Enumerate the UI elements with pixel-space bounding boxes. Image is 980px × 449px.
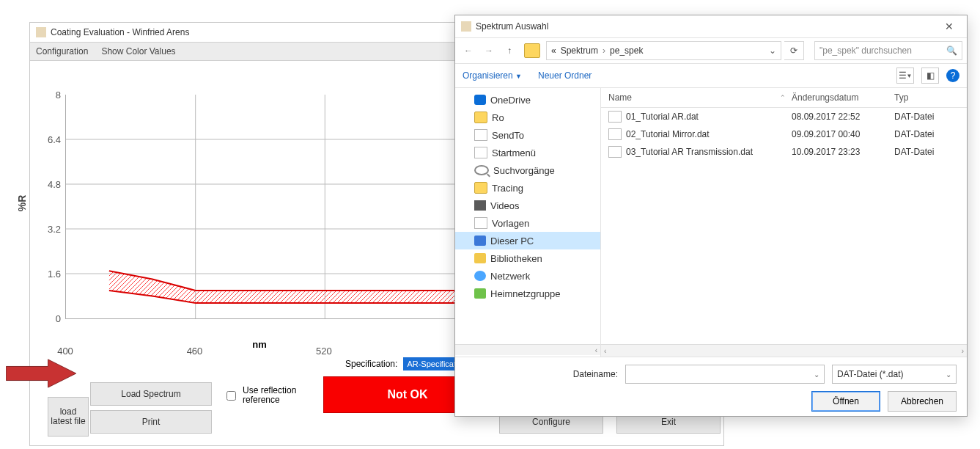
- breadcrumb[interactable]: « Spektrum › pe_spek ⌄: [546, 41, 781, 60]
- breadcrumb-seg[interactable]: pe_spek: [610, 45, 643, 56]
- view-options-button[interactable]: ☰ ▼: [896, 67, 914, 84]
- nav-tree[interactable]: OneDriveRoSendToStartmenüSuchvorgängeTra…: [455, 88, 601, 357]
- filetype-value: DAT-Datei (*.dat): [837, 369, 903, 379]
- chevron-down-icon: ⌄: [946, 370, 951, 379]
- ytick: 8: [56, 90, 61, 101]
- tree-item-label: OneDrive: [490, 95, 531, 106]
- tree-item[interactable]: Vorlagen: [455, 214, 600, 232]
- load-latest-file-label: load latest file: [50, 407, 86, 426]
- help-button[interactable]: ?: [946, 69, 959, 82]
- tree-item[interactable]: Videos: [455, 197, 600, 214]
- dialog-title: Spektrum Auswahl: [476, 21, 548, 32]
- filename-label: Dateiname:: [573, 369, 618, 379]
- ytick: 3.2: [48, 224, 61, 235]
- file-icon: [474, 129, 487, 141]
- file-icon: [474, 217, 487, 229]
- main-title: Coating Evaluation - Winfried Arens: [51, 27, 189, 37]
- ytick: 4.8: [48, 179, 61, 190]
- tree-item[interactable]: OneDrive: [455, 91, 600, 109]
- svg-marker-6: [6, 359, 75, 387]
- nav-forward-button[interactable]: →: [480, 42, 498, 59]
- dialog-icon: [461, 21, 471, 32]
- load-spectrum-button[interactable]: Load Spectrum: [90, 382, 212, 406]
- tree-item[interactable]: Bibliotheken: [455, 249, 600, 267]
- refresh-button[interactable]: ⟳: [784, 41, 804, 60]
- dialog-nav: ← → ↑ « Spektrum › pe_spek ⌄ ⟳ "pe_spek"…: [455, 37, 967, 64]
- cancel-button[interactable]: Abbrechen: [888, 391, 957, 412]
- file-date: 09.09.2017 00:40: [792, 129, 894, 139]
- chevron-right-icon: ›: [603, 45, 605, 56]
- tree-item[interactable]: Suchvorgänge: [455, 161, 600, 179]
- dialog-titlebar: Spektrum Auswahl ✕: [455, 15, 967, 37]
- file-type: DAT-Datei: [894, 129, 967, 139]
- tree-item[interactable]: Dieser PC: [455, 232, 600, 249]
- tree-item-label: Ro: [492, 112, 504, 123]
- list-item[interactable]: 02_Tutorial Mirror.dat09.09.2017 00:40DA…: [601, 125, 967, 143]
- use-reflection-label: Use reflection reference: [243, 386, 316, 405]
- column-name[interactable]: Name ⌃: [601, 92, 792, 103]
- search-placeholder: "pe_spek" durchsuchen: [819, 45, 912, 56]
- tree-item[interactable]: Heimnetzgruppe: [455, 285, 600, 302]
- tree-item-label: Startmenü: [492, 147, 536, 158]
- tree-item-label: Bibliotheken: [490, 253, 542, 264]
- chart: %R 8 6.4 4.8 3.2 1.6 0: [65, 95, 454, 344]
- file-type: DAT-Datei: [894, 112, 967, 122]
- tree-item-label: Heimnetzgruppe: [490, 288, 560, 299]
- cloud-icon: [474, 95, 486, 105]
- nav-up-button[interactable]: ↑: [501, 42, 518, 59]
- tree-scrollbar[interactable]: ‹: [455, 344, 600, 355]
- horizontal-scrollbar[interactable]: ‹›: [601, 344, 967, 357]
- tree-item[interactable]: Ro: [455, 109, 600, 126]
- file-name: 01_Tutorial AR.dat: [626, 112, 699, 122]
- file-icon: [474, 147, 487, 158]
- filetype-select[interactable]: DAT-Datei (*.dat) ⌄: [832, 365, 957, 384]
- tree-item-label: Suchvorgänge: [493, 165, 555, 176]
- file-dialog: Spektrum Auswahl ✕ ← → ↑ « Spektrum › pe…: [454, 15, 968, 417]
- chevron-down-icon: ⌄: [814, 370, 819, 379]
- load-latest-file-button[interactable]: load latest file: [48, 397, 89, 437]
- dialog-footer: Dateiname: ⌄ DAT-Datei (*.dat) ⌄ Öffnen …: [455, 357, 967, 419]
- new-folder-button[interactable]: Neuer Ordner: [538, 70, 592, 81]
- folder-icon: [524, 43, 540, 58]
- tree-item[interactable]: Tracing: [455, 179, 600, 197]
- print-button[interactable]: Print: [90, 410, 212, 434]
- preview-pane-button[interactable]: ◧: [921, 67, 939, 84]
- menu-show-color-values[interactable]: Show Color Values: [101, 46, 175, 56]
- tree-item-label: Tracing: [492, 183, 523, 194]
- lib-icon: [474, 253, 486, 263]
- column-date[interactable]: Änderungsdatum: [792, 92, 894, 103]
- filename-input[interactable]: ⌄: [625, 365, 825, 384]
- search-icon: 🔍: [946, 45, 957, 56]
- chart-xlabel: nm: [65, 339, 454, 350]
- disk-icon: [474, 236, 486, 246]
- list-item[interactable]: 01_Tutorial AR.dat08.09.2017 22:52DAT-Da…: [601, 108, 967, 125]
- nav-back-button[interactable]: ←: [460, 42, 477, 59]
- list-item[interactable]: 03_Tutorial AR Transmission.dat10.09.201…: [601, 143, 967, 161]
- open-button[interactable]: Öffnen: [811, 391, 880, 412]
- tree-item[interactable]: Netzwerk: [455, 267, 600, 285]
- tree-item[interactable]: Startmenü: [455, 144, 600, 161]
- chevron-down-icon: ▼: [907, 73, 913, 79]
- organize-menu[interactable]: Organisieren ▼: [463, 70, 522, 81]
- tree-item-label: Vorlagen: [492, 218, 529, 229]
- breadcrumb-seg[interactable]: Spektrum: [561, 45, 598, 56]
- search-input[interactable]: "pe_spek" durchsuchen 🔍: [814, 41, 962, 60]
- column-type[interactable]: Typ: [894, 92, 967, 103]
- tree-item-label: Videos: [490, 200, 520, 211]
- chart-yaxis: 8 6.4 4.8 3.2 1.6 0: [36, 95, 65, 318]
- use-reflection-checkbox[interactable]: [226, 391, 236, 401]
- sort-caret-icon: ⌃: [780, 94, 786, 101]
- tree-item[interactable]: SendTo: [455, 126, 600, 144]
- tree-item-label: SendTo: [492, 130, 524, 141]
- use-reflection-checkbox-row[interactable]: Use reflection reference: [224, 386, 316, 405]
- ytick: 6.4: [48, 134, 61, 145]
- close-button[interactable]: ✕: [937, 18, 961, 34]
- chevron-down-icon[interactable]: ⌄: [769, 45, 776, 56]
- file-date: 10.09.2017 23:23: [792, 147, 894, 157]
- menu-configuration[interactable]: Configuration: [36, 46, 88, 56]
- dialog-toolbar: Organisieren ▼ Neuer Ordner ☰ ▼ ◧ ?: [455, 64, 967, 88]
- folder-icon: [474, 112, 487, 123]
- video-icon: [474, 200, 486, 211]
- annotation-arrow-icon: [6, 358, 76, 389]
- net-icon: [474, 271, 486, 281]
